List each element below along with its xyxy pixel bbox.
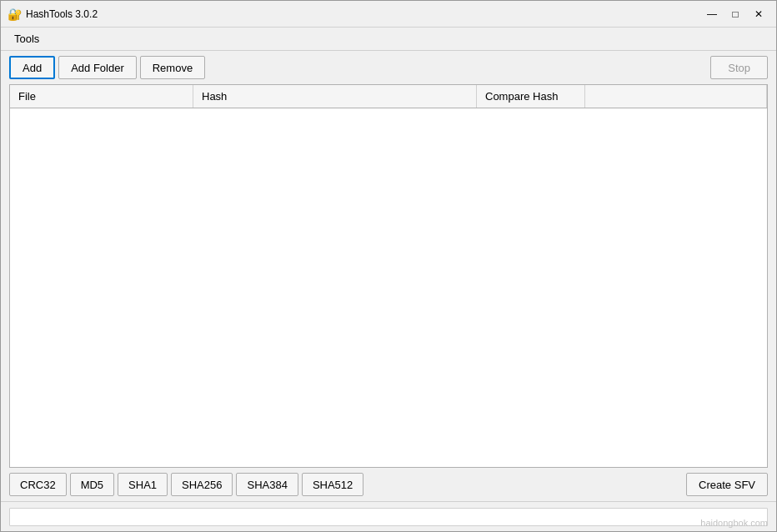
add-folder-button[interactable]: Add Folder (58, 56, 137, 79)
app-icon: 🔐 (8, 8, 21, 21)
status-content (9, 508, 768, 526)
crc32-button[interactable]: CRC32 (9, 473, 67, 496)
title-bar: 🔐 HashTools 3.0.2 — □ ✕ (1, 1, 776, 28)
status-bar: haidongbok.com (1, 501, 776, 531)
window-title: HashTools 3.0.2 (26, 8, 701, 20)
stop-button[interactable]: Stop (710, 56, 768, 79)
remove-button[interactable]: Remove (140, 56, 205, 79)
table-body (10, 108, 767, 467)
sha256-button[interactable]: SHA256 (171, 473, 233, 496)
col-header-compare: Compare Hash (477, 85, 585, 108)
tools-menu[interactable]: Tools (8, 31, 46, 47)
main-window: 🔐 HashTools 3.0.2 — □ ✕ Tools Add Add Fo… (0, 0, 777, 532)
toolbar: Add Add Folder Remove Stop (1, 51, 776, 84)
window-controls: — □ ✕ (701, 3, 769, 25)
sha1-button[interactable]: SHA1 (118, 473, 168, 496)
hash-buttons-bar: CRC32 MD5 SHA1 SHA256 SHA384 SHA512 Crea… (1, 468, 776, 501)
main-content: File Hash Compare Hash (1, 84, 776, 468)
col-header-extra (585, 85, 767, 108)
maximize-button[interactable]: □ (724, 3, 746, 25)
watermark: haidongbok.com (700, 518, 768, 528)
md5-button[interactable]: MD5 (70, 473, 114, 496)
close-button[interactable]: ✕ (748, 3, 769, 25)
col-header-hash: Hash (193, 85, 477, 108)
minimize-button[interactable]: — (701, 3, 723, 25)
menu-bar: Tools (1, 28, 776, 51)
sha512-button[interactable]: SHA512 (302, 473, 363, 496)
table-header: File Hash Compare Hash (10, 85, 767, 108)
create-sfv-button[interactable]: Create SFV (686, 473, 768, 496)
file-table: File Hash Compare Hash (9, 84, 768, 468)
add-button[interactable]: Add (9, 56, 55, 79)
sha384-button[interactable]: SHA384 (236, 473, 298, 496)
col-header-file: File (10, 85, 193, 108)
